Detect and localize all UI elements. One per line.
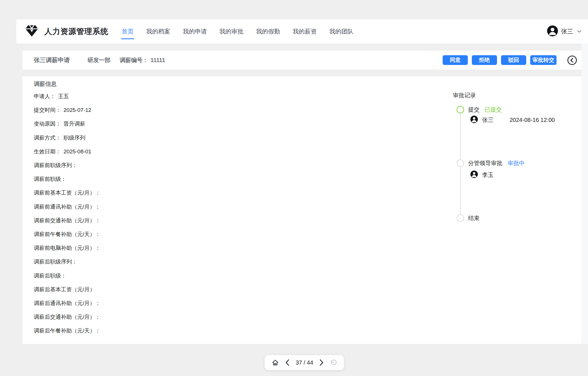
timeline-step-row: 提交已提交	[468, 106, 502, 114]
nav-tab[interactable]: 我的审批	[219, 26, 244, 37]
page-indicator: 37 / 44	[296, 359, 313, 366]
action-buttons: 同意拒绝驳回审批转交	[443, 55, 557, 65]
undo-icon[interactable]	[330, 359, 337, 366]
field-value: 2025-07-12	[64, 107, 91, 113]
detail-card: 调薪信息 申请人：王五提交时间：2025-07-12变动原因：晋升调薪调薪方式：…	[22, 76, 581, 344]
field-label: 调薪后午餐补助（元/天）：	[34, 327, 100, 335]
timeline-time: 2024-08-16 12:00	[510, 117, 555, 123]
nav-tab[interactable]: 我的薪资	[292, 26, 317, 37]
field-label: 变动原因：	[34, 120, 61, 128]
info-field-row: 调薪前交通补助（元/月）：	[34, 214, 100, 227]
nav-tab[interactable]: 我的档案	[146, 26, 171, 37]
info-field-row: 调薪后交通补助（元/月）：	[34, 310, 100, 324]
info-field-row: 申请人：王五	[34, 90, 100, 103]
section-title: 调薪信息	[34, 80, 57, 88]
info-field-row: 调薪后职级：	[34, 269, 100, 282]
field-label: 调薪前职级：	[34, 175, 66, 183]
timeline-step-circle	[457, 106, 464, 113]
info-field-row: 调薪方式：职级序列	[34, 131, 100, 145]
field-label: 调薪前通讯补助（元/月）：	[34, 203, 100, 211]
field-label: 调薪后职级序列：	[34, 258, 77, 266]
nav-tab-active[interactable]: 首页	[121, 26, 134, 37]
field-value: 晋升调薪	[64, 120, 85, 128]
doc-title: 张三调薪申请	[34, 56, 70, 64]
info-field-row: 生效日期：2025-08-01	[34, 145, 100, 159]
info-field-row: 调薪前电脑补助（元/月）：	[34, 241, 100, 255]
field-label: 调薪后交通补助（元/月）：	[34, 313, 100, 321]
chevron-down-icon	[576, 29, 582, 34]
nav-tab[interactable]: 我的假勤	[256, 26, 281, 37]
nav-tab[interactable]: 我的团队	[329, 26, 354, 37]
field-label: 调薪前职级序列：	[34, 162, 77, 169]
approval-action-button[interactable]: 驳回	[501, 55, 526, 65]
doc-number-label: 调薪编号：	[120, 56, 148, 64]
user-avatar-icon	[470, 171, 478, 179]
chevron-left-circle-icon[interactable]	[567, 55, 577, 66]
timeline-step-name: 分管领导审批	[468, 159, 502, 167]
field-label: 调薪后通讯补助（元/月）：	[34, 300, 100, 307]
field-value: 王五	[58, 93, 69, 100]
timeline-step-status: 审批中	[508, 159, 525, 167]
field-label: 调薪前基本工资（元/月）：	[34, 189, 100, 197]
info-field-row: 调薪前午餐补助（元/天）：	[34, 227, 100, 241]
app-title: 人力资源管理系统	[44, 26, 108, 37]
timeline-person-name: 李玉	[482, 171, 494, 179]
field-label: 调薪前午餐补助（元/天）：	[34, 231, 100, 238]
field-value: 职级序列	[64, 134, 85, 142]
nav-tab[interactable]: 我的申请	[182, 26, 207, 37]
page-navigator: 37 / 44	[265, 355, 344, 370]
approval-actions: 同意拒绝驳回审批转交	[443, 55, 577, 66]
approval-timeline: 提交已提交张三2024-08-16 12:00分管领导审批审批中李玉结束	[457, 106, 584, 229]
field-label: 提交时间：	[34, 106, 61, 114]
timeline-step-name: 结束	[468, 214, 480, 222]
doc-number-value: 11111	[151, 57, 165, 64]
timeline-step-row: 分管领导审批审批中	[468, 159, 525, 167]
field-label: 调薪方式：	[34, 134, 61, 142]
info-field-row: 调薪前通讯补助（元/月）：	[34, 200, 100, 214]
approval-action-button[interactable]: 拒绝	[472, 55, 497, 65]
timeline-person-row: 李玉	[470, 171, 494, 179]
info-field-row: 调薪前职级序列：	[34, 159, 100, 172]
chevron-right-icon[interactable]	[319, 359, 324, 366]
field-label: 生效日期：	[34, 148, 61, 155]
scrollbar-gutter[interactable]	[581, 43, 588, 344]
timeline-step-row: 结束	[468, 214, 480, 222]
info-field-row: 调薪前基本工资（元/月）：	[34, 186, 100, 200]
user-name: 张三	[561, 27, 573, 35]
approval-records-title: 审批记录	[453, 92, 476, 99]
info-field-row: 调薪后职级序列：	[34, 255, 100, 269]
approval-action-button[interactable]: 审批转交	[530, 55, 557, 65]
field-label: 调薪后基本工资（元/月）	[34, 286, 95, 293]
document-header: 张三调薪申请 研发一部 调薪编号： 11111 同意拒绝驳回审批转交	[22, 51, 581, 70]
top-navbar: 人力资源管理系统 首页我的档案我的申请我的审批我的假勤我的薪资我的团队 张三	[16, 19, 588, 43]
info-field-row: 调薪后基本工资（元/月）	[34, 283, 100, 296]
field-label: 调薪后职级：	[34, 272, 66, 280]
home-icon[interactable]	[272, 359, 279, 366]
approval-action-button[interactable]: 同意	[443, 55, 468, 65]
info-field-row: 调薪后午餐补助（元/天）：	[34, 324, 100, 338]
doc-department: 研发一部	[88, 56, 110, 64]
field-label: 调薪前电脑补助（元/月）：	[34, 244, 100, 252]
info-fields: 申请人：王五提交时间：2025-07-12变动原因：晋升调薪调薪方式：职级序列生…	[34, 90, 100, 338]
info-field-row: 提交时间：2025-07-12	[34, 103, 100, 117]
timeline-step-status: 已提交	[485, 106, 502, 114]
field-label: 申请人：	[34, 93, 56, 100]
timeline-person-row: 张三2024-08-16 12:00	[470, 116, 555, 124]
timeline-person-name: 张三	[482, 116, 494, 124]
info-field-row: 变动原因：晋升调薪	[34, 117, 100, 131]
timeline-step-circle	[457, 159, 464, 167]
field-label: 调薪前交通补助（元/月）：	[34, 217, 100, 224]
user-avatar-icon	[470, 116, 478, 124]
nav-tabs: 首页我的档案我的申请我的审批我的假勤我的薪资我的团队	[121, 26, 354, 37]
chevron-left-icon[interactable]	[285, 359, 290, 366]
info-field-row: 调薪后通讯补助（元/月）：	[34, 296, 100, 310]
user-avatar-icon	[547, 25, 558, 37]
info-field-row: 调薪前职级：	[34, 172, 100, 186]
diamond-icon	[25, 25, 39, 38]
timeline-step-name: 提交	[468, 106, 480, 114]
user-menu[interactable]: 张三	[547, 25, 582, 37]
timeline-step-circle	[457, 214, 464, 222]
field-value: 2025-08-01	[64, 149, 91, 155]
